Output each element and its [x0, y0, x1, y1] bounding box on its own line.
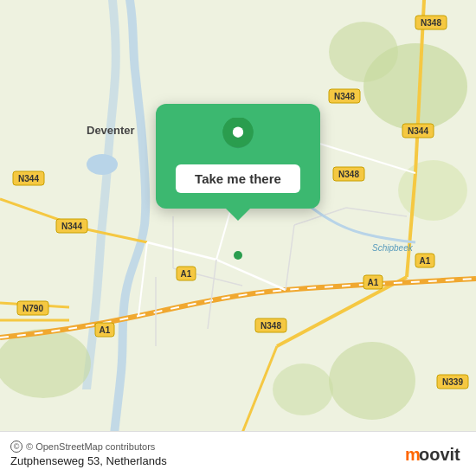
address-label: Zutphenseweg 53, Netherlands: [10, 454, 167, 467]
svg-text:N344: N344: [61, 222, 82, 231]
svg-point-6: [273, 363, 333, 415]
moovit-logo: m oovit: [405, 441, 466, 467]
svg-text:Schipbeek: Schipbeek: [372, 243, 414, 253]
svg-point-4: [0, 329, 91, 398]
svg-text:Deventer: Deventer: [87, 124, 135, 137]
svg-point-7: [398, 160, 467, 221]
map-attribution: © © OpenStreetMap contributors: [10, 441, 167, 453]
map-pin-icon: [219, 118, 257, 156]
svg-text:N790: N790: [23, 304, 43, 313]
svg-point-58: [234, 251, 242, 260]
svg-point-1: [87, 154, 118, 175]
svg-text:A1: A1: [181, 269, 192, 279]
bottom-bar: © © OpenStreetMap contributors Zutphense…: [0, 431, 476, 476]
svg-text:N344: N344: [408, 126, 428, 136]
copyright-icon: ©: [10, 441, 23, 453]
svg-text:N344: N344: [18, 174, 39, 183]
moovit-logo-svg: m oovit: [405, 441, 466, 467]
svg-text:N348: N348: [334, 92, 355, 101]
svg-point-62: [233, 127, 243, 138]
svg-text:A1: A1: [368, 278, 379, 287]
map-svg: N348 N348 N348 N348 N344 N344 N344 N790 …: [0, 0, 476, 476]
svg-point-5: [329, 342, 415, 420]
svg-text:N348: N348: [421, 18, 441, 28]
map-container: N348 N348 N348 N348 N344 N344 N344 N790 …: [0, 0, 476, 476]
svg-text:N348: N348: [338, 170, 359, 179]
svg-text:N339: N339: [442, 377, 463, 387]
svg-text:A1: A1: [100, 325, 111, 335]
svg-text:A1: A1: [420, 256, 431, 266]
svg-text:N348: N348: [261, 321, 281, 331]
take-me-there-button[interactable]: Take me there: [176, 164, 300, 193]
svg-text:oovit: oovit: [419, 445, 460, 464]
svg-point-3: [329, 22, 398, 82]
popup-card: Take me there: [156, 104, 320, 209]
